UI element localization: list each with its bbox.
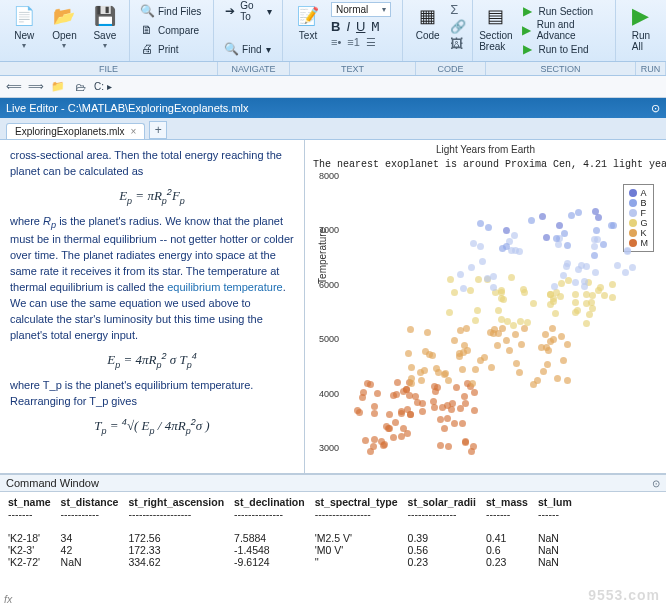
run-section-icon: ▶ [521, 4, 535, 18]
equilibrium-temperature-link[interactable]: equilibrium temperature [167, 281, 283, 293]
text-block-icon: 📝 [296, 4, 320, 28]
section-break-button[interactable]: ▤Section Break [479, 2, 512, 58]
bold-button[interactable]: B [331, 19, 340, 34]
code-button[interactable]: ▦Code [409, 2, 446, 51]
doc-paragraph: where Rp is the planet's radius. We know… [10, 214, 294, 344]
editor-titlebar: Live Editor - C:\MATLAB\ExploringExoplan… [0, 98, 666, 118]
chart-xlabel-top: Light Years from Earth [311, 144, 660, 155]
scatter-plot[interactable]: Temperature ABFGKM 300040005000600070008… [347, 176, 660, 448]
chart-legend: ABFGKM [623, 184, 655, 252]
output-figure-pane: Light Years from Earth The nearest exopl… [305, 140, 666, 473]
goto-icon: ➔ [224, 4, 236, 18]
run-all-button[interactable]: ▶Run All [622, 2, 660, 52]
print-icon: 🖨 [140, 42, 154, 56]
browse-button[interactable]: 🗁 [72, 79, 88, 95]
find-button[interactable]: 🔍Find ▾ [220, 40, 276, 58]
breadcrumb[interactable]: C: ▸ [94, 81, 112, 92]
forward-button[interactable]: ⟹ [28, 79, 44, 95]
command-window-panel: Command Window ⊙ st_namest_distancest_ri… [0, 474, 666, 609]
live-editor-split: cross-sectional area. Then the total ene… [0, 140, 666, 474]
command-window-titlebar: Command Window ⊙ [0, 474, 666, 492]
equation-button[interactable]: Σ [450, 2, 466, 17]
close-tab-icon[interactable]: × [131, 126, 137, 137]
open-button[interactable]: 📂Open▾ [46, 2, 82, 50]
back-button[interactable]: ⟸ [6, 79, 22, 95]
equation-1: Ep = πRp2Fp [10, 186, 294, 208]
editor-title: Live Editor - C:\MATLAB\ExploringExoplan… [6, 102, 249, 114]
document-text-pane[interactable]: cross-sectional area. Then the total ene… [0, 140, 305, 473]
new-tab-button[interactable]: + [149, 121, 167, 139]
compare-icon: 🗎 [140, 23, 154, 37]
code-block-icon: ▦ [416, 4, 440, 28]
equation-2: Ep = 4πRp2 σ Tp4 [10, 350, 294, 372]
output-table: st_namest_distancest_right_ascensionst_d… [8, 496, 582, 568]
image-insert-button[interactable]: 🖼 [450, 36, 466, 51]
up-folder-button[interactable]: 📁 [50, 79, 66, 95]
text-button[interactable]: 📝Text [289, 2, 327, 49]
quick-access-bar: ⟸ ⟹ 📁 🗁 C: ▸ [0, 76, 666, 98]
run-all-icon: ▶ [629, 4, 653, 28]
command-window-title: Command Window [6, 477, 99, 489]
watermark: 9553.com [588, 587, 660, 603]
monospace-button[interactable]: M [371, 19, 379, 34]
chart-output-text: The nearest exoplanet is around Proxima … [313, 159, 660, 170]
bullet-list-button[interactable]: ≡• [331, 36, 341, 49]
find-icon: 🔍 [224, 42, 238, 56]
doc-paragraph: where T_p is the planet's equilibrium te… [10, 378, 294, 410]
align-button[interactable]: ☰ [366, 36, 376, 49]
print-button[interactable]: 🖨Print [136, 40, 207, 58]
run-to-end-button[interactable]: ▶Run to End [517, 40, 609, 58]
doc-paragraph: cross-sectional area. Then the total ene… [10, 148, 294, 180]
run-advance-button[interactable]: ▶Run and Advance [517, 21, 609, 39]
open-folder-icon: 📂 [52, 4, 76, 28]
number-list-button[interactable]: ≡1 [347, 36, 360, 49]
save-icon: 💾 [93, 4, 117, 28]
document-tabs: ExploringExoplanets.mlx × + [0, 118, 666, 140]
panel-menu-icon[interactable]: ⊙ [651, 102, 660, 115]
compare-button[interactable]: 🗎Compare [136, 21, 207, 39]
run-section-button[interactable]: ▶Run Section [517, 2, 609, 20]
panel-menu-icon[interactable]: ⊙ [652, 478, 660, 489]
fx-prompt-icon[interactable]: fx [4, 593, 12, 605]
tab-exploring-exoplanets[interactable]: ExploringExoplanets.mlx × [6, 123, 145, 139]
run-to-end-icon: ▶ [521, 42, 535, 56]
new-file-icon: 📄 [12, 4, 36, 28]
goto-button[interactable]: ➔Go To ▾ [220, 2, 276, 20]
text-style-dropdown[interactable]: Normal [331, 2, 391, 17]
tab-label: ExploringExoplanets.mlx [15, 126, 125, 137]
underline-button[interactable]: U [356, 19, 365, 34]
italic-button[interactable]: I [346, 19, 350, 34]
chart-ylabel: Temperature [317, 228, 328, 284]
new-button[interactable]: 📄New▾ [6, 2, 42, 50]
section-break-icon: ▤ [484, 4, 508, 28]
search-files-icon: 🔍 [140, 4, 154, 18]
run-advance-icon: ▶ [521, 23, 533, 37]
find-files-button[interactable]: 🔍Find Files [136, 2, 207, 20]
toolstrip-ribbon: 📄New▾ 📂Open▾ 💾Save▾ 🔍Find Files 🗎Compare… [0, 0, 666, 62]
save-button[interactable]: 💾Save▾ [87, 2, 123, 50]
ribbon-group-labels: FILE NAVIGATE TEXT CODE SECTION RUN [0, 62, 666, 76]
hyperlink-button[interactable]: 🔗 [450, 19, 466, 34]
equation-3: Tp = 4√( Ep / 4πRp2σ ) [10, 416, 294, 438]
command-window-body[interactable]: st_namest_distancest_right_ascensionst_d… [0, 492, 666, 609]
